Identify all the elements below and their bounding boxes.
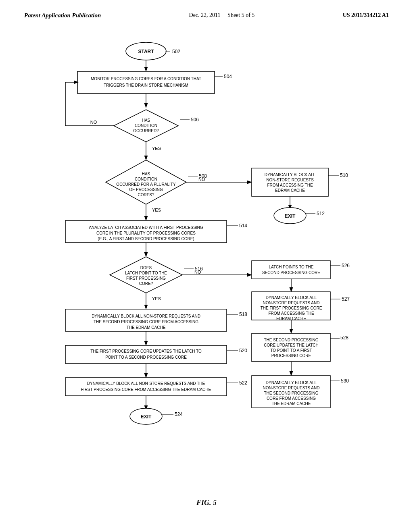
n518-ref: 518: [239, 312, 247, 317]
node-508-text2: CONDITION: [135, 177, 157, 181]
node-514-text3: (E.G., A FIRST AND SECOND PROCESSING COR…: [98, 237, 194, 241]
n504-ref: 504: [224, 74, 232, 79]
n524-ref: 524: [175, 411, 183, 417]
node-516-text3: FIRST PROCESSING: [126, 276, 166, 281]
node-526-text2: SECOND PROCESSING CORE: [262, 270, 320, 275]
start-label: START: [138, 49, 154, 54]
node-506-text2: CONDITION: [135, 123, 157, 128]
node-530-text5: THE EDRAM CACHE: [272, 401, 311, 406]
figure-label: FIG. 5: [196, 499, 217, 507]
node-516-text4: CORE?: [139, 281, 153, 286]
node-522-text1: DYNAMICALLY BLOCK ALL NON-STORE REQUESTS…: [87, 381, 205, 386]
node-527-text2: NON-STORE REQUESTS AND: [263, 301, 320, 305]
node-504-text2: TRIGGERS THE DRAIN STORE MECHANISM: [104, 83, 188, 87]
node-506-text1: HAS: [142, 118, 150, 123]
flowchart-svg: START 502 MONITOR PROCESSING CORES FOR A…: [25, 31, 388, 495]
exit-512-label: EXIT: [285, 213, 296, 219]
n528-ref: 528: [340, 335, 348, 341]
node-528-text2: CORE UPDATES THE LATCH: [264, 343, 319, 347]
node-518-text1: DYNAMICALLY BLOCK ALL NON-STORE REQUESTS…: [92, 314, 200, 318]
node-526: [252, 261, 330, 279]
yes-516-label: YES: [152, 296, 161, 301]
node-510-text2: NON-STORE REQUESTS: [266, 178, 314, 182]
node-514-text1: ANALYZE LATCH ASSOCIATED WITH A FIRST PR…: [89, 225, 203, 230]
node-508-text5: CORES?: [138, 193, 154, 197]
node-516-text2: LATCH POINT TO THE: [125, 271, 167, 275]
n527-ref: 527: [342, 296, 350, 302]
n520-ref: 520: [239, 348, 247, 353]
node-510-text4: EDRAM CACHE: [275, 188, 305, 193]
patent-number: US 2011/314212 A1: [343, 12, 389, 19]
publication-date: Dec. 22, 2011: [189, 12, 221, 18]
node-520-text1: THE FIRST PROCESSING CORE UPDATES THE LA…: [90, 349, 202, 353]
n510-ref: 510: [340, 172, 348, 178]
n502-label: 502: [172, 49, 180, 54]
node-508-text3: OCCURRED FOR A PLURALITY: [116, 182, 176, 187]
node-528-text3: TO POINT TO A FIRST: [270, 348, 312, 353]
node-508-text4: OF PROCESSING: [129, 187, 163, 192]
node-520-text2: POINT TO A SECOND PROCESSING CORE: [105, 355, 187, 360]
n526-ref: 526: [342, 263, 350, 268]
diagram-container: START 502 MONITOR PROCESSING CORES FOR A…: [0, 23, 413, 515]
sheet-info: Sheet 5 of 5: [227, 12, 254, 18]
node-522-text2: FIRST PROCESSING CORE FROM ACCESSING THE…: [81, 387, 211, 392]
publication-title: Patent Application Publication: [24, 12, 101, 19]
node-508-text1: HAS: [142, 172, 150, 176]
node-518-text2: THE SECOND PROCESSING CORE FROM ACCESSIN…: [94, 320, 198, 324]
yes-508-label: YES: [152, 208, 161, 212]
node-528-text4: PROCESSING CORE: [271, 353, 311, 358]
yes-506-label: YES: [152, 146, 161, 151]
node-530-text2: NON-STORE REQUESTS AND: [263, 386, 320, 390]
node-527-text4: FROM ACCESSING THE: [268, 311, 314, 316]
node-530-text3: THE SECOND PROCESSING: [264, 391, 318, 395]
n522-ref: 522: [239, 380, 247, 386]
node-527-text1: DYNAMICALLY BLOCK ALL: [266, 295, 317, 300]
node-527-text3: THE FIRST PROCESSING CORE: [261, 306, 322, 310]
node-528-text1: THE SECOND PROCESSING: [264, 338, 318, 342]
exit-524-label: EXIT: [141, 414, 152, 420]
page-header: Patent Application Publication Dec. 22, …: [0, 0, 413, 23]
n506-ref: 506: [191, 117, 199, 123]
node-514-text2: CORE IN THE PLURALITY OF PROCESSING CORE…: [96, 231, 196, 235]
node-530-text4: CORE FROM ACCESSING: [267, 396, 316, 401]
node-530-text1: DYNAMICALLY BLOCK ALL: [266, 380, 317, 385]
n514-ref: 514: [239, 223, 247, 229]
node-516-text1: DOES: [140, 266, 152, 270]
n512-ref: 512: [317, 211, 325, 216]
node-522: [65, 378, 227, 396]
no-506-label: NO: [90, 120, 97, 125]
n530-ref: 530: [341, 378, 349, 384]
node-506-text3: OCCURRED?: [133, 129, 159, 133]
header-date-sheet: Dec. 22, 2011 Sheet 5 of 5: [189, 12, 255, 19]
node-504-text1: MONITOR PROCESSING CORES FOR A CONDITION…: [91, 77, 201, 81]
node-510-text1: DYNAMICALLY BLOCK ALL: [265, 172, 316, 177]
node-504: [77, 71, 215, 94]
node-510-text3: FROM ACCESSING THE: [267, 183, 313, 187]
no-516-label: NO: [194, 270, 201, 274]
node-518-text3: THE EDRAM CACHE: [127, 325, 166, 330]
node-526-text1: LATCH POINTS TO THE: [269, 265, 314, 269]
node-520: [65, 345, 227, 364]
no-508-label: NO: [198, 177, 205, 182]
